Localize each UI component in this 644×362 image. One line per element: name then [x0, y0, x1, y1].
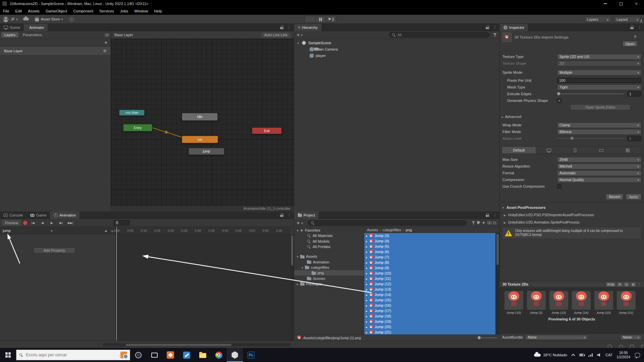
clock[interactable]: 16:55 1/2/2024: [616, 351, 630, 359]
thumbnail-zoom-slider[interactable]: [478, 338, 497, 338]
expand-icon[interactable]: [366, 234, 368, 238]
status-cloud-icon[interactable]: [630, 345, 634, 348]
state-node-exit[interactable]: Exit: [252, 127, 282, 134]
project-search-field[interactable]: [308, 220, 467, 226]
scrollbar-thumb[interactable]: [291, 235, 293, 265]
playhead[interactable]: [116, 227, 117, 341]
minimize-button[interactable]: [598, 0, 613, 7]
assetbundle-dropdown[interactable]: None: [526, 335, 588, 340]
expand-icon[interactable]: [366, 298, 368, 302]
extrude-edges-input[interactable]: 1: [627, 91, 641, 97]
animator-parameters-tab[interactable]: Parameters: [20, 32, 45, 38]
play-animation-button[interactable]: ▶: [48, 220, 55, 226]
aniso-level-slider[interactable]: [557, 138, 624, 139]
menu-item[interactable]: Edit: [12, 9, 25, 13]
file-row[interactable]: Jump (10): [364, 270, 495, 276]
expand-icon[interactable]: [366, 255, 368, 259]
tree-item-cutegirlfiles[interactable]: cutegirlfiles: [294, 265, 364, 270]
menu-item[interactable]: Assets: [25, 9, 43, 13]
postprocessor-row[interactable]: UnityEditor.U2D.PSD.PSDImporterAssetPost…: [504, 211, 641, 219]
expand-icon[interactable]: [366, 309, 368, 313]
menu-item[interactable]: GameObject: [43, 9, 70, 13]
preview-thumb[interactable]: Jump (24): [570, 290, 592, 314]
cortana-button[interactable]: [130, 348, 146, 362]
panel-menu-icon[interactable]: [493, 213, 497, 217]
status-console-icon[interactable]: [608, 345, 612, 348]
channel-button[interactable]: G: [624, 282, 629, 287]
expand-icon[interactable]: [366, 244, 368, 248]
file-row[interactable]: Jump (21): [364, 329, 495, 335]
apply-button[interactable]: Apply: [626, 194, 641, 200]
menu-item[interactable]: Help: [151, 9, 165, 13]
last-key-button[interactable]: ▶▶|: [67, 220, 74, 226]
create-asset-button[interactable]: [297, 220, 300, 226]
network-icon[interactable]: [588, 353, 593, 357]
tree-item-animation[interactable]: Animation: [294, 259, 364, 264]
create-object-caret-icon[interactable]: [301, 33, 303, 37]
file-row[interactable]: Jump (20): [364, 324, 495, 329]
tree-item-packages[interactable]: Packages: [294, 281, 364, 287]
file-row[interactable]: Jump (4): [364, 238, 495, 244]
file-row[interactable]: Jump (15): [364, 297, 495, 303]
generate-physics-shape-checkbox[interactable]: ✓: [557, 99, 561, 103]
state-node-any-state[interactable]: Any State: [119, 110, 145, 116]
file-row[interactable]: Jump (6): [364, 249, 495, 254]
use-crunch-checkbox[interactable]: [557, 184, 561, 189]
preview-thumb[interactable]: Jump (21): [615, 290, 637, 314]
horizontal-scrollbar[interactable]: [103, 343, 290, 346]
expand-icon[interactable]: [366, 260, 368, 264]
search-by-label-icon[interactable]: [477, 221, 480, 225]
menu-item[interactable]: Jobs: [117, 9, 131, 13]
taskbar-app-chrome[interactable]: [211, 348, 227, 362]
taskbar-app-photoshop[interactable]: [243, 348, 259, 362]
lock-icon[interactable]: [280, 25, 283, 29]
expand-icon[interactable]: [366, 319, 368, 323]
lock-icon[interactable]: [486, 213, 489, 217]
eye-icon[interactable]: [105, 34, 109, 37]
state-node-entry[interactable]: Entry: [123, 124, 152, 131]
filter-icon[interactable]: [493, 33, 497, 37]
graph-breadcrumb[interactable]: Base Layer: [114, 33, 133, 37]
action-center-icon[interactable]: [635, 353, 640, 357]
status-bell-icon[interactable]: [641, 345, 644, 348]
favorite-item[interactable]: All Materials: [294, 233, 364, 238]
menu-item[interactable]: Window: [131, 9, 151, 13]
platform-tab-mobile[interactable]: [562, 148, 589, 152]
platform-tab-tv[interactable]: [588, 148, 615, 152]
expand-icon[interactable]: [366, 303, 368, 307]
texture-type-dropdown[interactable]: Sprite (2D and UI): [557, 54, 641, 60]
platform-tab-server[interactable]: [615, 148, 641, 152]
tab-animation[interactable]: Animation: [50, 212, 79, 219]
channel-button[interactable]: R: [617, 282, 623, 287]
tab-console[interactable]: Console: [0, 212, 26, 219]
file-row[interactable]: Jump (8): [364, 260, 495, 265]
play-button[interactable]: [305, 16, 315, 22]
menu-item[interactable]: Services: [96, 9, 117, 13]
expand-icon[interactable]: [366, 293, 368, 297]
step-button[interactable]: [326, 16, 336, 22]
open-sprite-editor-button[interactable]: Open Sprite Editor: [570, 104, 631, 110]
expand-icon[interactable]: [366, 314, 368, 318]
file-row[interactable]: Jump (11): [364, 276, 495, 281]
pixels-per-unit-input[interactable]: 100: [557, 78, 641, 83]
expand-icon[interactable]: [366, 277, 368, 281]
assetbundle-variant-dropdown[interactable]: None: [621, 335, 641, 340]
channel-button[interactable]: RGB: [606, 282, 616, 287]
asset-store-caret-icon[interactable]: [61, 17, 63, 21]
open-button[interactable]: Open: [623, 41, 637, 47]
preview-toggle-button[interactable]: Preview: [2, 220, 21, 226]
frame-input[interactable]: [114, 220, 130, 226]
texture-shape-dropdown[interactable]: 2D: [557, 61, 641, 66]
maximize-button[interactable]: [613, 0, 629, 7]
state-node-run[interactable]: run: [182, 136, 218, 143]
panel-menu-icon[interactable]: [287, 213, 291, 217]
panel-menu-icon[interactable]: [493, 25, 497, 29]
menu-item[interactable]: Component: [70, 9, 96, 13]
language-indicator[interactable]: CAT: [605, 353, 612, 357]
graph-canvas[interactable]: [111, 39, 294, 205]
lock-icon[interactable]: [630, 25, 634, 29]
add-property-button[interactable]: Add Property: [34, 247, 75, 253]
max-size-dropdown[interactable]: 2048: [557, 157, 641, 163]
vertical-scrollbar[interactable]: [290, 234, 294, 341]
taskbar-app-vscode[interactable]: [178, 348, 195, 362]
